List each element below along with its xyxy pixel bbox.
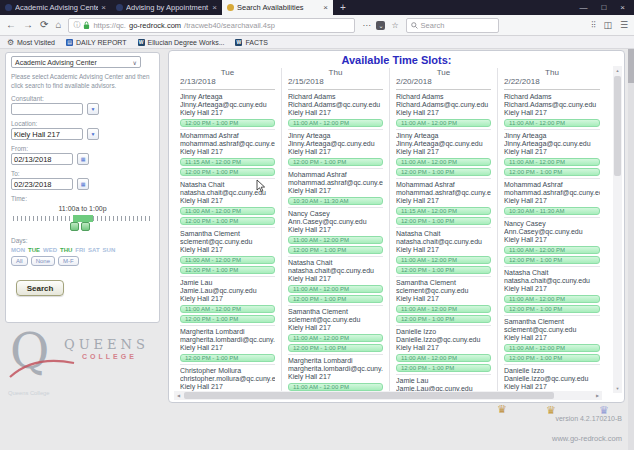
time-slot-button[interactable]: 11:00 AM - 12:00 PM: [504, 246, 600, 254]
back-icon[interactable]: ←: [6, 20, 16, 30]
time-slot-button[interactable]: 11:00 AM - 12:00 PM: [504, 119, 600, 127]
menu-icon[interactable]: ☰: [620, 20, 628, 31]
time-slot-button[interactable]: 11:00 AM - 12:00 PM: [288, 334, 383, 342]
day-quick-m-f-button[interactable]: M-F: [58, 256, 79, 266]
bookmark-daily-report[interactable]: ▤DAILY REPORT: [66, 39, 127, 46]
maximize-icon[interactable]: □: [601, 3, 606, 12]
slider-handle-start[interactable]: [70, 222, 79, 231]
day-toggle-thu[interactable]: THU: [60, 247, 72, 253]
more-actions-icon[interactable]: ⋯: [362, 21, 370, 30]
bookmark-star-icon[interactable]: ☆: [391, 21, 398, 30]
time-slot-button[interactable]: 12:00 PM - 1:00 PM: [180, 266, 275, 274]
consultant-input[interactable]: [11, 103, 83, 115]
bookmark-most-visited[interactable]: ⚙Most Visited: [7, 39, 55, 46]
website-link[interactable]: www.go-redrock.com: [552, 434, 622, 443]
close-icon[interactable]: ×: [620, 3, 625, 12]
time-slot-button[interactable]: 11:00 AM - 12:00 PM: [396, 119, 491, 127]
location-input[interactable]: Kiely Hall 217: [11, 128, 83, 140]
time-slot-button[interactable]: 12:00 PM - 1:00 PM: [288, 295, 383, 303]
to-date-input[interactable]: 02/23/2018: [11, 178, 73, 190]
scroll-right-icon[interactable]: ▶: [593, 391, 602, 400]
time-slot-button[interactable]: 11:00 AM - 12:00 PM: [288, 383, 383, 391]
time-slot-button[interactable]: 11:00 AM - 12:00 PM: [504, 295, 600, 303]
time-slot-button[interactable]: 12:00 PM - 1:00 PM: [504, 354, 600, 362]
home-icon[interactable]: ⌂: [55, 20, 61, 30]
tab-close-icon[interactable]: ×: [101, 3, 106, 12]
tab-close-icon[interactable]: ×: [212, 3, 217, 12]
time-slot-button[interactable]: 10:30 AM - 11:30 AM: [504, 207, 600, 215]
time-slot-button[interactable]: 12:00 PM - 1:00 PM: [396, 217, 491, 225]
search-button[interactable]: Search: [16, 280, 64, 296]
time-slot-button[interactable]: 11:00 AM - 12:00 PM: [288, 236, 383, 244]
time-slot-button[interactable]: 12:00 PM - 1:00 PM: [396, 266, 491, 274]
pocket-icon[interactable]: ⌄: [376, 21, 385, 30]
time-slot-button[interactable]: 12:00 PM - 1:00 PM: [504, 168, 600, 176]
time-slot-button[interactable]: 11:00 AM - 12:00 PM: [504, 344, 600, 352]
time-slot-button[interactable]: 11:00 AM - 12:00 PM: [180, 305, 275, 313]
vertical-scroll-thumb[interactable]: [614, 76, 621, 176]
from-date-input[interactable]: 02/13/2018: [11, 153, 73, 165]
scroll-up-icon[interactable]: ▲: [613, 66, 622, 75]
bookmark-degree-works[interactable]: WEllucian Degree Works...: [138, 39, 225, 46]
tab-academic-advising-center[interactable]: Academic Advising Center×: [0, 0, 111, 15]
day-toggle-mon[interactable]: MON: [11, 247, 25, 253]
tab-search-availabilities[interactable]: Search Availabilities×: [222, 0, 333, 15]
day-toggle-sat[interactable]: SAT: [88, 247, 100, 253]
time-slot-button[interactable]: 12:00 PM - 1:00 PM: [180, 168, 275, 176]
center-select[interactable]: Academic Advising Center ∨: [11, 56, 141, 68]
scroll-down-icon[interactable]: ▼: [613, 384, 622, 393]
horizontal-scrollbar[interactable]: ◀ ▶: [174, 391, 602, 400]
page-scrollbar[interactable]: [628, 49, 634, 450]
time-slot-button[interactable]: 12:00 PM - 1:00 PM: [288, 158, 383, 166]
time-slot-button[interactable]: 11:00 AM - 12:00 PM: [180, 207, 275, 215]
time-slot-button[interactable]: 12:00 PM - 1:00 PM: [180, 217, 275, 225]
day-toggle-fri[interactable]: FRI: [75, 247, 85, 253]
reload-icon[interactable]: ⟳: [40, 20, 48, 30]
time-slot-button[interactable]: 12:00 PM - 1:00 PM: [180, 354, 275, 362]
location-dropdown-icon[interactable]: ▼: [87, 128, 99, 140]
time-slot-button[interactable]: 11:00 AM - 12:00 PM: [288, 119, 383, 127]
tab-advising-by-appointment[interactable]: Advising by Appointment×: [111, 0, 222, 15]
from-calendar-icon[interactable]: ▦: [77, 153, 89, 165]
bookmark-facts[interactable]: WFACTS: [235, 39, 268, 46]
time-slot-button[interactable]: 10:30 AM - 11:30 AM: [288, 197, 383, 205]
day-quick-none-button[interactable]: None: [31, 256, 55, 266]
time-slot-button[interactable]: 11:00 AM - 12:00 PM: [396, 158, 491, 166]
time-slot-button[interactable]: 12:00 PM - 1:00 PM: [396, 364, 491, 372]
time-slot-button[interactable]: 11:00 AM - 12:00 PM: [396, 256, 491, 264]
time-slot-button[interactable]: 11:15 AM - 12:00 PM: [180, 158, 275, 166]
sidebar-toggle-icon[interactable]: ◫: [603, 20, 612, 31]
time-slot-button[interactable]: 12:00 PM - 1:00 PM: [180, 315, 275, 323]
consultant-dropdown-icon[interactable]: ▼: [87, 103, 99, 115]
forward-icon[interactable]: →: [23, 20, 33, 30]
to-calendar-icon[interactable]: ▦: [77, 178, 89, 190]
time-slot-button[interactable]: 11:00 AM - 12:00 PM: [396, 354, 491, 362]
time-slot-button[interactable]: 11:00 AM - 12:00 PM: [180, 256, 275, 264]
time-slot-button[interactable]: 12:00 PM - 1:00 PM: [396, 168, 491, 176]
scroll-left-icon[interactable]: ◀: [174, 391, 183, 400]
time-slot-button[interactable]: 12:00 PM - 1:00 PM: [288, 246, 383, 254]
time-slot-button[interactable]: 11:15 AM - 12:00 PM: [396, 207, 491, 215]
day-toggle-sun[interactable]: SUN: [103, 247, 116, 253]
day-quick-all-button[interactable]: All: [11, 256, 28, 266]
info-icon[interactable]: ⓘ: [73, 20, 80, 30]
time-slot-button[interactable]: 12:00 PM - 1:00 PM: [504, 305, 600, 313]
slider-handle-end[interactable]: [81, 222, 90, 231]
time-slot-button[interactable]: 11:00 AM - 12:00 PM: [396, 305, 491, 313]
time-slot-button[interactable]: 12:00 PM - 1:00 PM: [396, 315, 491, 323]
time-slot-button[interactable]: 12:00 PM - 1:00 PM: [180, 119, 275, 127]
tab-close-icon[interactable]: ×: [323, 3, 328, 12]
day-toggle-wed[interactable]: WED: [43, 247, 57, 253]
new-tab-button[interactable]: +: [333, 0, 353, 15]
search-bar[interactable]: Search: [406, 18, 499, 33]
vertical-scrollbar[interactable]: ▲ ▼: [613, 66, 622, 393]
time-slot-button[interactable]: 11:00 AM - 12:00 PM: [504, 158, 600, 166]
minimize-icon[interactable]: —: [579, 3, 587, 12]
time-slot-button[interactable]: 12:00 PM - 1:00 PM: [504, 256, 600, 264]
url-bar[interactable]: ⓘ https://qc.go-redrock.com/tracweb40/se…: [68, 18, 355, 33]
horizontal-scroll-thumb[interactable]: [184, 392, 554, 399]
day-toggle-tue[interactable]: TUE: [28, 247, 40, 253]
time-slot-button[interactable]: 11:00 AM - 12:00 PM: [288, 285, 383, 293]
library-icon[interactable]: ⫶⫶: [591, 20, 596, 31]
time-slot-button[interactable]: 12:00 PM - 1:00 PM: [288, 344, 383, 352]
